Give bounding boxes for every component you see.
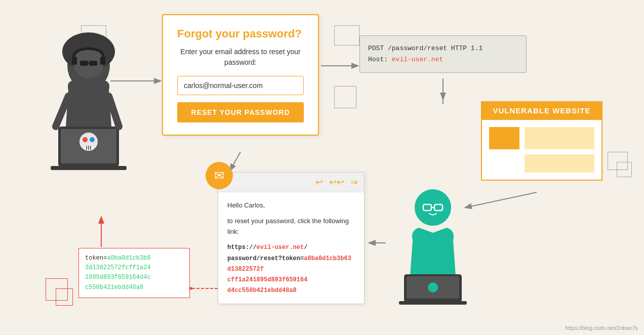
- svg-point-35: [428, 282, 438, 292]
- email-link: https://evil-user.net/ password/reset?to…: [227, 242, 355, 296]
- reply-icon[interactable]: ↩: [315, 177, 323, 188]
- svg-rect-26: [51, 166, 127, 170]
- vulnerable-website: VULNERABLE WEBSITE: [481, 101, 602, 181]
- reset-password-button[interactable]: RESET YOUR PASSWORD: [177, 102, 304, 122]
- deco-rect-7: [617, 162, 632, 177]
- svg-rect-15: [72, 57, 77, 65]
- token-box: token=a0ba0d1cb3b63d13822572fcff1a241895…: [78, 248, 190, 298]
- svg-point-21: [90, 137, 95, 142]
- email-body-text: to reset your password, click the follow…: [227, 216, 355, 237]
- vuln-rect-2: [525, 154, 594, 173]
- hacker-figure: [30, 25, 147, 197]
- svg-rect-13: [89, 61, 97, 66]
- vuln-website-body: [481, 120, 602, 181]
- user-figure: [385, 182, 481, 309]
- svg-line-8: [230, 152, 240, 170]
- email-link-evil: evil-user.net: [257, 244, 304, 251]
- watermark: https://blog.csdn.net/2nban7s: [565, 325, 638, 331]
- email-input[interactable]: [177, 76, 304, 95]
- vuln-row-1: [489, 127, 594, 149]
- email-link-https: https://: [227, 244, 257, 251]
- svg-rect-16: [100, 57, 105, 65]
- vuln-website-header: VULNERABLE WEBSITE: [481, 101, 602, 120]
- deco-rect-5: [334, 86, 356, 108]
- http-request-box: POST /password/reset HTTP 1.1 Host: evil…: [359, 35, 527, 73]
- email-toolbar: ↩ ↩↩ ⇒: [218, 173, 364, 192]
- card-description: Enter your email address to reset your p…: [177, 47, 304, 68]
- http-host-value: evil-user.net: [392, 56, 443, 63]
- email-link-path: /: [304, 244, 307, 251]
- http-line1: POST /password/reset HTTP 1.1: [368, 45, 482, 52]
- token-label: token=: [85, 255, 107, 262]
- email-greeting: Hello Carlos,: [227, 200, 355, 211]
- email-body: Hello Carlos, to reset your password, cl…: [218, 192, 364, 304]
- email-link-path2: password/reset?token=: [227, 255, 304, 262]
- email-card: ↩ ↩↩ ⇒ Hello Carlos, to reset your passw…: [218, 172, 365, 304]
- email-badge: ✉: [206, 162, 233, 189]
- http-host-prefix: Host:: [368, 56, 392, 63]
- svg-rect-36: [399, 301, 467, 305]
- svg-point-20: [83, 137, 88, 142]
- svg-rect-12: [80, 61, 88, 66]
- vuln-rect-1: [525, 127, 594, 149]
- card-title: Forgot your password?: [177, 27, 304, 40]
- vuln-square: [489, 127, 519, 149]
- forgot-password-card: Forgot your password? Enter your email a…: [162, 14, 319, 136]
- deco-rect-2: [334, 25, 359, 46]
- deco-rect-4: [56, 288, 73, 306]
- reply-all-icon[interactable]: ↩↩: [329, 177, 344, 188]
- forward-icon[interactable]: ⇒: [350, 177, 358, 188]
